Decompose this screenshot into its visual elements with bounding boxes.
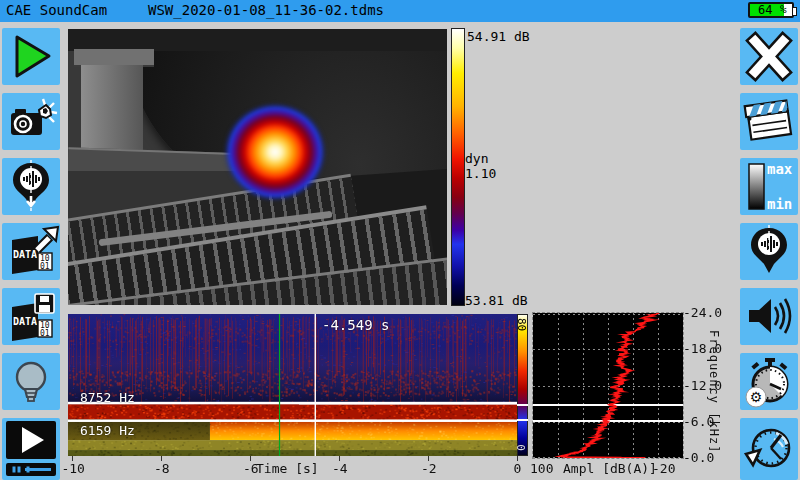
ampl-axis-right: -20	[652, 461, 675, 476]
battery-nub	[792, 7, 797, 16]
battery-percent: 64	[758, 3, 772, 17]
data-export-icon: DATA 10 01	[2, 223, 60, 280]
photo-capture-button[interactable]	[2, 93, 60, 150]
freq-marker-1-label: 8752 Hz	[80, 390, 135, 405]
colorbar-marker-1	[517, 404, 528, 406]
time-axis-tick-label: -10	[61, 461, 84, 476]
close-icon	[740, 28, 798, 85]
mic-position-button[interactable]	[740, 223, 798, 280]
scale-max-label: max	[767, 161, 792, 177]
time-cursor-label: -4.549 s	[322, 317, 389, 333]
camera-view[interactable]	[68, 29, 447, 305]
frequency-axis-title: Frequency [kHz]	[707, 330, 721, 453]
play-measurement-button[interactable]	[2, 28, 60, 85]
ampl-axis-title: Ampl [dB(A)]	[563, 461, 657, 476]
app-title: CAE SoundCam	[6, 2, 107, 18]
data-save-icon: DATA 10 01	[2, 288, 60, 345]
battery-indicator: 64 %	[748, 2, 794, 18]
mic-locator-icon	[740, 223, 798, 280]
svg-text:01: 01	[40, 262, 50, 271]
spectrogram-plot[interactable]	[68, 314, 517, 456]
time-axis-tick-label: 0	[513, 461, 521, 476]
svg-text:DATA: DATA	[13, 249, 37, 260]
dyn-label: dyn	[465, 151, 488, 166]
timer-settings-button[interactable]: ⚙	[740, 353, 798, 410]
stopwatch-gear-icon: ⚙	[740, 353, 798, 410]
camera-flash-icon	[2, 93, 60, 150]
svg-text:01: 01	[40, 329, 50, 338]
time-axis-tick-label: -2	[421, 461, 437, 476]
scale-max-min-button[interactable]: max min	[740, 158, 798, 215]
spectrogram-colorbar-max: 80	[515, 318, 528, 331]
mic-locator-download-icon	[2, 158, 60, 215]
spectrogram-colorbar-min: 0	[514, 444, 527, 451]
dyn-value: 1.10	[465, 166, 496, 181]
colorbar-max-label: 54.91 dB	[467, 29, 530, 44]
amplitude-spectrum-plot[interactable]	[532, 312, 684, 459]
replay-icon	[2, 418, 60, 480]
rotate-clock-icon	[740, 418, 798, 480]
svg-text:⚙: ⚙	[750, 389, 763, 405]
title-bar: CAE SoundCam WSW_2020-01-08_11-36-02.tdm…	[0, 0, 800, 22]
mic-position-download-button[interactable]	[2, 158, 60, 215]
time-rewind-button[interactable]	[740, 418, 798, 480]
frequency-tick-label: -24.0	[683, 305, 722, 320]
colorbar-min-label: 53.81 dB	[465, 293, 528, 308]
scale-min-label: min	[767, 196, 792, 212]
lightbulb-icon	[2, 353, 60, 410]
time-axis-tick-label: -8	[154, 461, 170, 476]
spectrogram-colorbar	[517, 314, 528, 456]
data-save-button[interactable]: DATA 10 01	[2, 288, 60, 345]
svg-text:DATA: DATA	[13, 316, 37, 327]
camera-colorbar	[451, 28, 465, 306]
close-button[interactable]	[740, 28, 798, 85]
light-button[interactable]	[2, 353, 60, 410]
data-export-button[interactable]: DATA 10 01	[2, 223, 60, 280]
camera-scene-pillar	[81, 65, 143, 159]
ampl-axis-left: 100	[530, 461, 553, 476]
replay-control-button[interactable]	[2, 418, 60, 480]
freq-marker-2-label: 6159 Hz	[80, 423, 135, 438]
acoustic-hotspot	[223, 102, 327, 202]
audio-output-button[interactable]	[740, 288, 798, 345]
play-icon	[2, 28, 60, 85]
battery-unit: %	[780, 3, 787, 16]
video-record-button[interactable]	[740, 93, 798, 150]
clapperboard-icon	[740, 93, 798, 150]
time-axis-tick-label: -4	[332, 461, 348, 476]
time-axis-label: Time [s]	[256, 461, 319, 476]
filename-label: WSW_2020-01-08_11-36-02.tdms	[148, 2, 384, 18]
colorbar-marker-2	[517, 419, 528, 421]
soundcam-app: CAE SoundCam WSW_2020-01-08_11-36-02.tdm…	[0, 0, 800, 480]
camera-scene-top-beam	[68, 29, 447, 51]
speaker-icon	[740, 288, 798, 345]
